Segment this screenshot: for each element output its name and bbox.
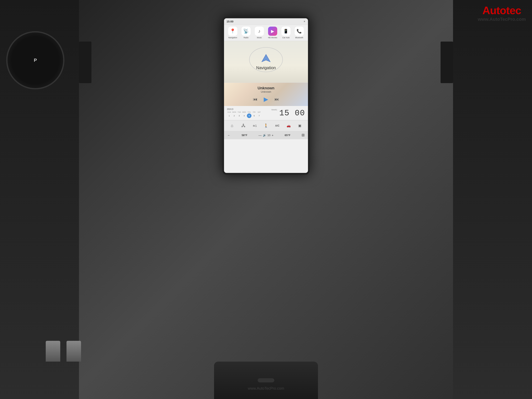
cal-day-fri: FRI: [252, 111, 256, 113]
radio-icon-wrap: 📡: [241, 27, 251, 36]
music-section: Unknown Unknown ⏮ ▶ ⏭: [224, 82, 308, 106]
app-navigation[interactable]: 📍 Navigation: [228, 27, 237, 39]
navigation-section[interactable]: Navigation: [224, 41, 308, 82]
fan-icon: [241, 124, 245, 128]
brand-tec: tec: [506, 4, 521, 16]
svg-marker-0: [262, 54, 270, 62]
brightness-icon: ☀: [304, 20, 305, 23]
hdmovies-icon: ▶: [271, 29, 274, 34]
music-track-title: Unknown: [227, 86, 305, 90]
autotec-logo: Autotec www.AutoTecPro.com: [478, 4, 526, 22]
volume-level: 10: [267, 134, 270, 137]
fan-speed-button[interactable]: ≋1: [251, 122, 259, 129]
speedometer: P: [6, 31, 64, 89]
back-button[interactable]: ←: [227, 133, 230, 137]
clock-widget: 15 00: [279, 109, 305, 118]
calendar-days-row: SUN MON TUE WED THU FRI SAT: [227, 111, 277, 113]
temp-left: 58°F: [242, 134, 247, 137]
music-track-subtitle: Unknown: [227, 90, 305, 93]
calendar-year-month: 2024.9: [227, 108, 233, 110]
cal-num-2: 2: [232, 114, 236, 118]
cal-day-tue: TUE: [237, 111, 241, 113]
cal-num-1: 1: [227, 114, 232, 118]
home-button[interactable]: ⌂: [228, 122, 236, 129]
music-label: Music: [257, 37, 262, 39]
status-icons: ☀: [304, 20, 305, 23]
cal-num-4: 4: [242, 114, 247, 118]
carauto-icon-wrap: 📱: [281, 27, 291, 36]
music-controls: ⏮ ▶ ⏭: [227, 96, 305, 103]
navigation-title: Navigation: [256, 65, 276, 70]
svg-point-3: [241, 125, 243, 127]
app-bluetooth[interactable]: 📞 Bluetooth: [295, 27, 304, 39]
carauto-icon: 📱: [283, 29, 288, 34]
grid-footer-button[interactable]: ⊞: [302, 133, 305, 137]
console-bottom: [214, 361, 318, 399]
bluetooth-label: Bluetooth: [295, 37, 303, 39]
cal-num-6: 6: [252, 114, 256, 118]
grid-view-button[interactable]: ▣: [296, 122, 304, 129]
svg-point-1: [243, 125, 244, 126]
brand-url: www.AutoTecPro.com: [478, 17, 526, 22]
pedal-left: [46, 341, 60, 361]
bottom-nav-bar: ⌂ ≋1 🚶 A/C 🚗 ▣: [224, 120, 308, 131]
hdmovies-icon-wrap: ▶: [268, 27, 277, 36]
svg-point-2: [243, 124, 244, 125]
music-icon: ♪: [258, 28, 260, 34]
app-row: 📍 Navigation 📡 Radio ♪ Music ▶ HD Movies…: [224, 25, 308, 41]
navigation-icon-wrap: 📍: [228, 27, 237, 36]
hdmovies-label: HD Movies: [268, 37, 277, 39]
cal-num-3: 3: [237, 114, 241, 118]
seat-heat-button[interactable]: 🚶: [262, 122, 270, 129]
music-prev-button[interactable]: ⏮: [253, 97, 258, 102]
status-footer: ← 58°F — 🔊 10 + 65°F ⊞: [224, 131, 308, 139]
bottom-widgets: 2024.9 Week1 SUN MON TUE WED THU FRI SAT…: [224, 106, 308, 120]
dashboard-right: [453, 0, 532, 399]
cal-day-thu: THU: [247, 111, 252, 113]
app-hd-movies[interactable]: ▶ HD Movies: [268, 27, 277, 39]
navigation-arrow-icon: [261, 53, 271, 64]
pedal-right: [66, 341, 81, 361]
app-radio[interactable]: 📡 Radio: [241, 27, 251, 39]
center-screen: 15:00 ☀ 📍 Navigation 📡 Radio ♪ Music: [222, 17, 310, 175]
carauto-label: Car Auto: [282, 37, 290, 39]
radio-label: Radio: [244, 37, 248, 39]
cal-day-wed: WED: [242, 111, 247, 113]
vent-left: [79, 42, 91, 83]
music-play-button[interactable]: ▶: [264, 96, 268, 103]
svg-point-4: [244, 125, 245, 127]
calendar-widget: 2024.9 Week1 SUN MON TUE WED THU FRI SAT…: [227, 108, 277, 118]
app-car-auto[interactable]: 📱 Car Auto: [281, 27, 291, 39]
car-button[interactable]: 🚗: [285, 122, 292, 129]
clock-hours: 15: [279, 109, 290, 118]
status-time: 15:00: [227, 20, 233, 23]
vol-down-button[interactable]: —: [259, 133, 262, 137]
app-music[interactable]: ♪ Music: [255, 27, 264, 39]
calendar-nums-row: 1 2 3 4 5 6 7: [227, 114, 277, 118]
temp-right: 65°F: [285, 134, 291, 137]
ac-button[interactable]: A/C: [273, 122, 281, 129]
console-button[interactable]: [258, 378, 274, 382]
calendar-week-label: Week1: [271, 109, 277, 111]
music-next-button[interactable]: ⏭: [274, 97, 279, 102]
brand-auto: Auto: [482, 4, 506, 16]
brand-name: Autotec: [478, 4, 526, 17]
cal-num-7: 7: [257, 114, 261, 118]
music-icon-wrap: ♪: [255, 27, 264, 36]
cal-day-sun: SUN: [227, 111, 232, 113]
cal-day-mon: MON: [232, 111, 236, 113]
cal-num-today: 5: [247, 114, 252, 118]
status-bar: 15:00 ☀: [224, 18, 308, 25]
navigation-label: Navigation: [228, 37, 237, 39]
speedo-reading: P: [34, 57, 37, 63]
radio-icon: 📡: [243, 28, 249, 34]
volume-control: — 🔊 10 +: [259, 133, 273, 137]
vol-up-button[interactable]: +: [272, 133, 273, 137]
climate-fan-button[interactable]: [240, 122, 247, 129]
bluetooth-icon-wrap: 📞: [295, 27, 304, 36]
volume-icon: 🔊: [263, 134, 266, 137]
bluetooth-icon: 📞: [297, 29, 302, 34]
vent-right: [441, 42, 453, 83]
navigation-icon: 📍: [230, 28, 235, 34]
cal-day-sat: SAT: [257, 111, 261, 113]
